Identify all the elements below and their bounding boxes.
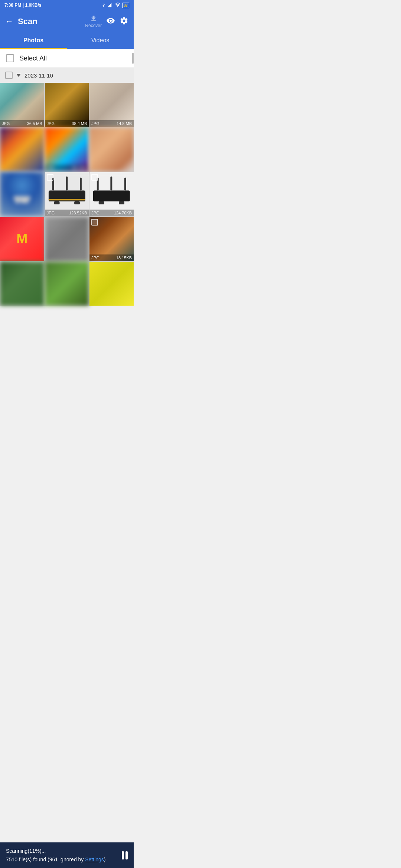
image-type: JPG xyxy=(47,211,55,215)
svg-rect-7 xyxy=(66,177,68,191)
image-grid: JPG 36.5 MB JPG 38.4 MB JPG 14.8 MB JPG … xyxy=(0,83,134,306)
svg-rect-0 xyxy=(108,6,109,7)
image-checkbox[interactable] xyxy=(91,219,98,226)
svg-rect-10 xyxy=(49,199,85,201)
recover-button[interactable]: Recover xyxy=(85,15,102,28)
status-time-speed: 7:38 PM | 1.0KB/s xyxy=(4,3,41,8)
expand-chevron-icon xyxy=(16,74,21,77)
toolbar-title: Scan xyxy=(18,17,81,26)
battery-indicator: 87 xyxy=(122,3,129,8)
image-item[interactable]: JPG 38.4 MB xyxy=(45,83,89,127)
tab-bar: Photos Videos xyxy=(0,33,134,49)
select-all-checkbox[interactable] xyxy=(6,54,14,62)
svg-rect-1 xyxy=(109,5,110,7)
status-bar: 7:38 PM | 1.0KB/s 87 xyxy=(0,0,134,10)
image-size: 124.70KB xyxy=(114,211,132,215)
image-checkbox[interactable] xyxy=(47,174,53,181)
svg-rect-16 xyxy=(124,178,126,191)
image-size: 06.1000 xyxy=(72,166,87,170)
status-icons: 87 xyxy=(101,3,129,8)
settings-button[interactable] xyxy=(120,16,128,27)
image-info: JPG 18.15KB xyxy=(89,254,134,261)
toolbar: ← Scan Recover xyxy=(0,10,134,33)
image-info: JPG 36.5 MB xyxy=(0,120,44,127)
svg-rect-18 xyxy=(99,201,104,204)
back-button[interactable]: ← xyxy=(5,17,13,26)
select-all-label: Select All xyxy=(19,55,47,62)
image-size: 14.8 MB xyxy=(117,121,132,126)
svg-rect-17 xyxy=(93,191,130,202)
image-item[interactable]: JPG 06.1000 xyxy=(45,128,89,172)
svg-point-4 xyxy=(117,6,118,7)
image-info: JPG 38.4 MB xyxy=(45,120,89,127)
svg-rect-11 xyxy=(54,201,59,204)
wifi-icon xyxy=(115,3,120,8)
image-info: JPG 06.1000 xyxy=(45,165,89,171)
signal-icon xyxy=(108,3,113,8)
image-size: 18.15KB xyxy=(116,256,132,260)
image-type: JPG xyxy=(91,211,99,215)
image-info: JPG 14.8 MB xyxy=(89,120,134,127)
eye-icon xyxy=(106,16,115,25)
image-item[interactable] xyxy=(89,262,134,306)
image-item[interactable]: ████████ ██ ████ xyxy=(0,172,44,216)
image-type: JPG xyxy=(47,166,55,170)
image-item[interactable] xyxy=(0,262,44,306)
image-size: 123.52KB xyxy=(69,211,87,215)
date-group-header[interactable]: 2023-11-10 xyxy=(0,68,134,83)
image-item[interactable] xyxy=(89,128,134,172)
image-item[interactable] xyxy=(0,128,44,172)
image-info: JPG 124.70KB xyxy=(89,210,134,216)
select-all-row[interactable]: Select All xyxy=(0,49,134,68)
image-item[interactable]: JPG 124.70KB xyxy=(89,172,134,216)
image-type: JPG xyxy=(47,121,55,126)
svg-rect-12 xyxy=(74,201,80,204)
image-size: 36.5 MB xyxy=(27,121,42,126)
svg-rect-15 xyxy=(111,177,113,191)
image-item[interactable]: JPG 123.52KB xyxy=(45,172,89,216)
image-info: JPG 123.52KB xyxy=(45,210,89,216)
image-type: JPG xyxy=(91,121,99,126)
image-size: 38.4 MB xyxy=(72,121,87,126)
image-item[interactable]: M xyxy=(0,217,44,261)
date-group-checkbox[interactable] xyxy=(5,72,13,79)
image-item[interactable]: JPG 36.5 MB xyxy=(0,83,44,127)
gear-icon xyxy=(120,16,128,25)
svg-rect-3 xyxy=(111,3,112,7)
svg-rect-8 xyxy=(80,178,82,191)
image-type: JPG xyxy=(91,256,99,260)
bluetooth-icon xyxy=(101,3,106,8)
image-type: JPG xyxy=(2,121,10,126)
image-item[interactable] xyxy=(45,262,89,306)
image-item[interactable]: JPG 18.15KB xyxy=(89,217,134,261)
tab-videos[interactable]: Videos xyxy=(67,33,134,48)
image-item[interactable] xyxy=(45,217,89,261)
svg-rect-19 xyxy=(119,201,124,204)
tab-photos[interactable]: Photos xyxy=(0,33,67,48)
image-checkbox[interactable] xyxy=(91,174,98,181)
scrollbar xyxy=(132,53,134,64)
eye-button[interactable] xyxy=(106,16,115,27)
svg-rect-2 xyxy=(110,4,111,7)
recover-icon xyxy=(90,15,97,22)
date-label: 2023-11-10 xyxy=(25,72,53,79)
image-item[interactable]: JPG 14.8 MB xyxy=(89,83,134,127)
